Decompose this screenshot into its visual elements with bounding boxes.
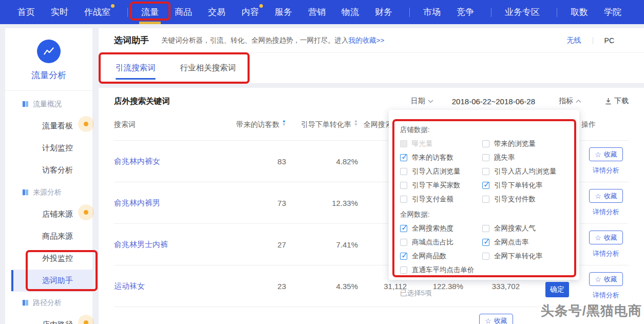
notification-dot: [84, 210, 88, 215]
toggle-divider: [593, 37, 593, 44]
row-actions: ☆收藏 详情分析: [578, 141, 634, 182]
section-title: 店外搜索关键词: [114, 96, 170, 107]
metric-checkbox[interactable]: 全网搜索热度: [400, 224, 482, 233]
wireless-toggle[interactable]: 无线: [567, 36, 581, 45]
nav-item-traffic[interactable]: 流量: [141, 0, 159, 24]
chevron-up-icon: [576, 100, 581, 103]
confirm-button[interactable]: 确定: [545, 282, 569, 297]
nav-item-marketing[interactable]: 营销: [308, 0, 326, 24]
nav-item-home[interactable]: 首页: [17, 0, 35, 24]
sidebar-item-plan-monitor[interactable]: 计划监控: [5, 137, 92, 159]
nav-item-finance[interactable]: 财务: [375, 0, 392, 24]
metric-checkbox[interactable]: 全网下单转化率: [482, 252, 569, 261]
nav-item-competition[interactable]: 竞争: [457, 0, 474, 24]
ledger-icon: [22, 188, 29, 198]
nav-item-business-zone[interactable]: 业务专区: [505, 0, 540, 24]
sidebar-item-instore-path[interactable]: 店内路径: [5, 314, 92, 324]
keyword-link[interactable]: 俞兆林男士内裤: [114, 240, 235, 250]
detail-analysis-link[interactable]: 详情分析: [593, 166, 619, 175]
nav-item-product[interactable]: 商品: [175, 0, 192, 24]
watermark: 头条号/黑猫电商: [541, 302, 642, 320]
checkbox-icon: [482, 168, 489, 175]
favorite-button[interactable]: ☆收藏: [479, 314, 513, 324]
partial-table-row: ☆收藏: [479, 314, 513, 324]
sidebar-section-source-analysis[interactable]: 来源分析: [5, 181, 92, 203]
nav-item-market[interactable]: 市场: [423, 0, 441, 24]
nav-divider: [409, 8, 410, 17]
favorite-button[interactable]: ☆收藏: [589, 189, 623, 203]
download-icon: [605, 98, 612, 105]
sidebar-item-traffic-board[interactable]: 流量看板: [5, 115, 92, 137]
metric-checkbox[interactable]: 引导入店浏览量: [400, 167, 482, 176]
tab-industry-search-words[interactable]: 行业相关搜索词: [180, 53, 236, 84]
sidebar-item-shop-source[interactable]: 店铺来源: [5, 203, 92, 225]
detail-analysis-link[interactable]: 详情分析: [593, 249, 619, 258]
metric-checkbox[interactable]: 带来的浏览量: [482, 139, 569, 148]
nav-item-academy[interactable]: 学院: [604, 0, 621, 24]
sort-icon[interactable]: ▲▼: [354, 121, 358, 128]
date-dropdown[interactable]: 日期: [411, 97, 433, 106]
page-header: 选词助手 关键词分析器，引流、转化、全网热搜趋势，一网打尽。进入 我的收藏>> …: [99, 28, 644, 53]
metric-checkbox[interactable]: 全网搜索人气: [482, 224, 569, 233]
metric-checkbox[interactable]: 引导入店人均浏览量: [482, 167, 569, 176]
metric-checkbox[interactable]: 引导下单转化率: [482, 181, 569, 190]
sort-icon[interactable]: ▲▼: [282, 121, 286, 128]
sidebar: 流量分析 流量概况 流量看板 计划监控 访客分析 来源分析 店铺来源 商品来源 …: [5, 28, 92, 324]
keyword-link[interactable]: 运动袜女: [114, 281, 235, 291]
visitors-value: 73: [235, 199, 286, 207]
sidebar-menu: 流量概况 流量看板 计划监控 访客分析 来源分析 店铺来源 商品来源 外投监控 …: [5, 91, 92, 324]
popup-footer: 已选择5项 确定: [400, 282, 569, 298]
column-header-visitors[interactable]: 带来的访客数▲▼: [235, 120, 286, 129]
checkbox-icon: [482, 239, 489, 246]
nav-item-trade[interactable]: 交易: [208, 0, 225, 24]
star-icon: ☆: [595, 234, 601, 242]
shop-data-group-title: 店铺数据:: [400, 125, 569, 135]
nav-item-warroom[interactable]: 作战室: [84, 0, 110, 24]
selected-count: 已选择5项: [400, 289, 432, 298]
nav-item-data-extract[interactable]: 取数: [571, 0, 588, 24]
keyword-link[interactable]: 俞兆林内裤女: [114, 157, 235, 166]
metric-checkbox[interactable]: 引导支付金额: [400, 195, 482, 204]
metric-checkbox[interactable]: 直通车平均点击单价: [400, 265, 482, 275]
nav-item-logistics[interactable]: 物流: [342, 0, 359, 24]
nav-item-content[interactable]: 内容: [241, 0, 259, 24]
nav-item-service[interactable]: 服务: [275, 0, 292, 24]
sidebar-section-traffic-overview[interactable]: 流量概况: [5, 93, 92, 115]
metric-checkbox[interactable]: 全网点击率: [482, 238, 569, 247]
nav-divider: [491, 8, 491, 17]
checkbox-icon: [400, 239, 407, 246]
conversion-value: 4.35%: [286, 282, 358, 291]
metric-checkbox[interactable]: 全网商品数: [400, 252, 482, 261]
metric-checkbox[interactable]: 曝光量: [400, 139, 482, 148]
my-favorites-link[interactable]: 我的收藏>>: [349, 36, 385, 45]
download-button[interactable]: 下载: [605, 97, 629, 106]
column-header-conversion[interactable]: 引导下单转化率▲▼: [286, 120, 358, 129]
favorite-button[interactable]: ☆收藏: [589, 272, 623, 286]
metric-checkbox[interactable]: 引导支付件数: [482, 195, 569, 204]
metric-dropdown[interactable]: 指标: [559, 97, 581, 106]
detail-analysis-link[interactable]: 详情分析: [593, 291, 619, 300]
detail-analysis-link[interactable]: 详情分析: [593, 207, 619, 217]
tab-referral-search-words[interactable]: 引流搜索词: [116, 53, 156, 84]
metric-checkbox[interactable]: 带来的访客数: [400, 153, 482, 162]
favorite-button[interactable]: ☆收藏: [589, 231, 623, 244]
checkbox-icon: [400, 266, 407, 274]
section-toolbar: 店外搜索关键词 日期 2018-06-22~2018-06-28 指标 下载: [99, 88, 644, 109]
row-actions: ☆收藏 详情分析: [578, 182, 634, 223]
favorite-button[interactable]: ☆收藏: [589, 147, 623, 161]
metric-checkbox[interactable]: 引导下单买家数: [400, 181, 482, 190]
nav-divider: [127, 8, 128, 17]
metric-picker-popup: 店铺数据: 曝光量 带来的浏览量 带来的访客数 跳失率 引导入店浏览量 引导入店…: [389, 110, 579, 280]
sidebar-item-visitor-analysis[interactable]: 访客分析: [5, 159, 92, 181]
sidebar-item-product-source[interactable]: 商品来源: [5, 225, 92, 247]
pc-toggle[interactable]: PC: [604, 36, 614, 45]
metric-checkbox[interactable]: 跳失率: [482, 153, 569, 162]
date-range-value[interactable]: 2018-06-22~2018-06-28: [452, 97, 535, 106]
metric-checkbox[interactable]: 商城点击占比: [400, 238, 482, 247]
sidebar-item-word-assistant[interactable]: 选词助手: [11, 270, 92, 292]
nav-item-realtime[interactable]: 实时: [51, 0, 68, 24]
sidebar-section-path-analysis[interactable]: 路径分析: [5, 292, 92, 314]
keyword-link[interactable]: 俞兆林内裤男: [114, 198, 235, 208]
conversion-value: 7.41%: [286, 240, 358, 249]
sidebar-item-external-monitor[interactable]: 外投监控: [5, 247, 92, 270]
